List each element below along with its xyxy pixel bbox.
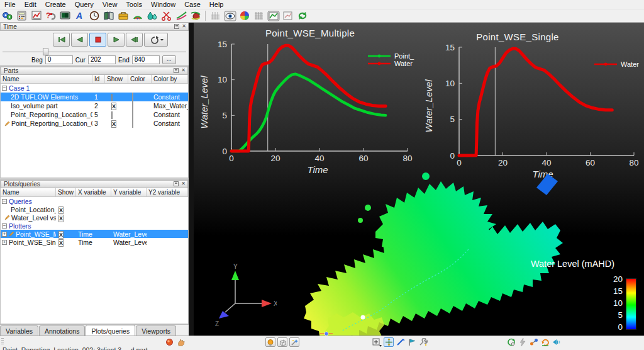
performance-lightning-icon[interactable]	[518, 337, 527, 347]
play-backward-button[interactable]	[71, 33, 88, 47]
tab-viewports[interactable]: Viewports	[136, 325, 176, 336]
menu-file[interactable]: File	[0, 1, 20, 8]
tab-annotations[interactable]: Annotations	[39, 325, 85, 336]
float-panel-icon[interactable]	[174, 68, 179, 73]
float-panel-icon[interactable]	[174, 181, 179, 186]
loop-button[interactable]	[144, 33, 168, 47]
solution-time-icon[interactable]	[87, 10, 101, 21]
toolbar-grip[interactable]	[1, 338, 4, 346]
collapse-icon[interactable]: −	[2, 86, 7, 91]
table-row[interactable]: 2D TUFLOW Elements 1 Constant	[1, 93, 188, 101]
time-slider-handle[interactable]	[43, 48, 48, 55]
collapse-icon[interactable]: −	[2, 199, 7, 204]
pick-hand-icon[interactable]	[176, 337, 186, 347]
plotters-group-row[interactable]: −Plotters	[1, 222, 188, 230]
stop-button[interactable]	[89, 33, 106, 47]
expand-icon[interactable]: +	[2, 240, 7, 245]
plot-frame-icon[interactable]	[281, 10, 294, 21]
show-checkbox[interactable]: X	[58, 239, 64, 247]
navigate-back-icon[interactable]	[552, 337, 561, 347]
list-item[interactable]: +Point_WSE_Single X TimeWater_Level	[1, 238, 188, 246]
menu-window[interactable]: Window	[147, 1, 180, 8]
close-panel-icon[interactable]: ✕	[181, 24, 187, 30]
table-row[interactable]: Point_Reporting_Location_002 3 X Constan…	[1, 119, 188, 128]
play-forward-button[interactable]	[108, 33, 125, 47]
col-name[interactable]: Name	[1, 188, 56, 196]
update-plot-icon[interactable]	[296, 10, 309, 21]
menu-view[interactable]: View	[98, 1, 122, 8]
cur-field[interactable]: 202	[88, 55, 116, 64]
col-color-by[interactable]: Color by	[152, 75, 188, 83]
parts-group-row[interactable]: −Case 1	[1, 84, 188, 93]
time-slider[interactable]	[3, 52, 186, 52]
colorbar[interactable]	[626, 278, 636, 330]
graphics-viewport[interactable]: Point_WSE_Multiple 020406080051015Point_…	[194, 23, 644, 336]
col-name[interactable]: Name	[1, 75, 92, 83]
list-item[interactable]: +Point_WSE_Multi... X TimeWater_Level	[1, 230, 188, 238]
show-checkbox[interactable]: X	[58, 206, 64, 214]
toolbox-icon[interactable]	[116, 10, 130, 21]
show-checkbox[interactable]: X	[111, 103, 116, 110]
show-checkbox[interactable]: X	[111, 120, 116, 128]
time-more-button[interactable]: ...	[162, 55, 176, 64]
chart-point-wse-multiple[interactable]: 020406080051015Point_Water	[195, 25, 415, 180]
transform-move-icon[interactable]	[384, 337, 394, 347]
magic-wand-icon[interactable]	[289, 337, 299, 347]
particle-trace-icon[interactable]	[174, 10, 187, 21]
color-palette-icon[interactable]	[238, 10, 251, 21]
step-begin-button[interactable]	[53, 33, 70, 47]
menu-edit[interactable]: Edit	[20, 1, 41, 8]
menu-create[interactable]: Create	[41, 1, 70, 8]
col-x-variable[interactable]: X variable	[76, 188, 111, 196]
color-swatch[interactable]	[132, 93, 133, 101]
show-checkbox[interactable]	[111, 111, 113, 119]
close-panel-icon[interactable]: ✕	[180, 181, 186, 187]
isosurface-icon[interactable]	[145, 10, 158, 21]
collapse-icon[interactable]: −	[2, 223, 7, 229]
queries-group-row[interactable]: −Queries	[1, 197, 188, 205]
color-swatch[interactable]	[132, 110, 133, 119]
flag-pick-icon[interactable]	[407, 337, 416, 347]
dock-viewport-splitter[interactable]	[189, 23, 194, 336]
line-pick-icon[interactable]	[396, 337, 405, 347]
col-color[interactable]: Color	[128, 75, 152, 83]
list-item[interactable]: Point_Location_0... X	[1, 205, 188, 213]
plot-grid-icon[interactable]	[252, 10, 265, 21]
float-panel-icon[interactable]	[174, 24, 179, 29]
visibility-eye-icon[interactable]	[223, 10, 236, 21]
wireframe-box-icon[interactable]	[277, 337, 287, 347]
viewport-grid-icon[interactable]	[209, 10, 222, 21]
calculator-icon[interactable]	[15, 10, 28, 21]
clip-scissors-icon[interactable]	[160, 10, 173, 21]
expand-icon[interactable]: +	[2, 232, 7, 237]
table-row[interactable]: Point_Reporting_Location_001 5 Constant	[1, 110, 188, 119]
zoom-region-icon[interactable]	[372, 337, 382, 347]
col-id[interactable]: Id	[92, 75, 105, 83]
col-show[interactable]: Show	[105, 75, 128, 83]
list-item[interactable]: Water_Level vs. T... X	[1, 213, 188, 222]
menu-help[interactable]: Help	[205, 1, 228, 8]
vortex-core-icon[interactable]	[189, 10, 202, 21]
update-refresh-icon[interactable]	[506, 337, 516, 347]
record-icon[interactable]	[165, 337, 174, 347]
show-checkbox[interactable]: X	[58, 231, 64, 239]
chart-point-wse-single[interactable]: 020406080051015Water	[418, 25, 641, 185]
case-book-icon[interactable]	[102, 10, 115, 21]
plot-curve-icon[interactable]	[267, 10, 280, 21]
annotation-icon[interactable]: A	[73, 10, 86, 21]
col-y-variable[interactable]: Y variable	[111, 188, 147, 196]
step-end-button[interactable]	[126, 33, 143, 47]
menu-query[interactable]: Query	[70, 1, 98, 8]
tab-variables[interactable]: Variables	[0, 325, 38, 336]
menu-case[interactable]: Case	[180, 1, 205, 8]
interactive-query-icon[interactable]: ?	[44, 10, 57, 21]
viewport-icon[interactable]	[58, 10, 72, 21]
end-field[interactable]: 840	[132, 55, 160, 64]
table-row[interactable]: Iso_volume part 2 X Max_Water_Leve	[1, 101, 188, 110]
col-show[interactable]: Show	[56, 188, 76, 196]
color-swatch[interactable]	[132, 101, 133, 110]
preferences-gears-icon[interactable]	[1, 10, 14, 21]
undo-icon[interactable]	[540, 337, 550, 347]
contour-icon[interactable]	[131, 10, 144, 21]
reporting-point-marker[interactable]	[361, 315, 365, 320]
